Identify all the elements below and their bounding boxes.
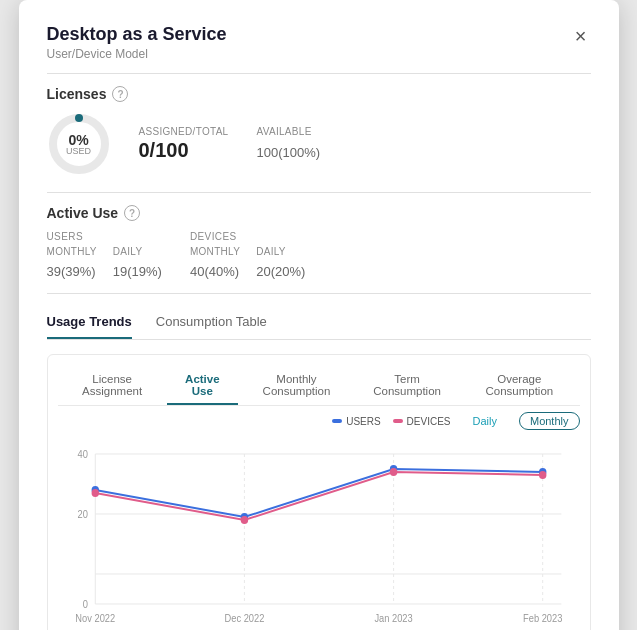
legend-devices-dot — [393, 419, 403, 423]
active-use-help-icon[interactable]: ? — [124, 205, 140, 221]
svg-text:20: 20 — [77, 509, 87, 520]
users-monthly-label: MONTHLY — [47, 246, 97, 257]
devices-daily-value: 20(20%) — [256, 258, 305, 281]
devices-monthly-label: MONTHLY — [190, 246, 240, 257]
chart-tab-monthly-consumption[interactable]: Monthly Consumption — [238, 369, 355, 405]
main-tabs: Usage Trends Consumption Table — [47, 306, 591, 340]
licenses-section-title: Licenses ? — [47, 86, 591, 102]
chart-area: 40 20 0 — [58, 434, 580, 630]
chart-container: License Assignment Active Use Monthly Co… — [47, 354, 591, 630]
users-group-label: USERS — [47, 231, 162, 242]
users-stats: MONTHLY 39(39%) DAILY 19(19%) — [47, 246, 162, 281]
legend-users: USERS — [332, 416, 380, 427]
users-monthly-pct: (39%) — [61, 264, 96, 279]
users-daily-pct: (19%) — [127, 264, 162, 279]
licenses-label: Licenses — [47, 86, 107, 102]
available-label: AVAILABLE — [256, 126, 320, 137]
chart-tab-active-use[interactable]: Active Use — [167, 369, 238, 405]
tab-consumption-table[interactable]: Consumption Table — [156, 306, 267, 339]
users-daily-number: 19 — [113, 264, 127, 279]
modal-subtitle: User/Device Model — [47, 47, 227, 61]
devices-dot-2 — [240, 516, 247, 524]
active-use-section-title: Active Use ? — [47, 205, 591, 221]
donut-pct: 0% — [66, 133, 91, 147]
devices-dot-1 — [91, 489, 98, 497]
legend-users-dot — [332, 419, 342, 423]
devices-monthly-stat: MONTHLY 40(40%) — [190, 246, 240, 281]
header-divider — [47, 73, 591, 74]
legend-users-label: USERS — [346, 416, 380, 427]
available-stat: AVAILABLE 100(100%) — [256, 126, 320, 162]
devices-daily-stat: DAILY 20(20%) — [256, 246, 305, 281]
licenses-help-icon[interactable]: ? — [112, 86, 128, 102]
monthly-button[interactable]: Monthly — [519, 412, 580, 430]
devices-line — [95, 472, 542, 520]
active-use-label: Active Use — [47, 205, 119, 221]
svg-text:Feb 2023: Feb 2023 — [523, 613, 562, 624]
donut-chart: 0% USED — [47, 112, 111, 176]
devices-group: DEVICES MONTHLY 40(40%) DAILY 20(20%) — [190, 231, 305, 281]
svg-text:Nov 2022: Nov 2022 — [75, 613, 115, 624]
users-group: USERS MONTHLY 39(39%) DAILY 19(19%) — [47, 231, 162, 281]
devices-dot-4 — [538, 471, 545, 479]
users-daily-stat: DAILY 19(19%) — [113, 246, 162, 281]
users-monthly-stat: MONTHLY 39(39%) — [47, 246, 97, 281]
line-chart-svg: 40 20 0 — [58, 434, 580, 630]
svg-text:40: 40 — [77, 449, 87, 460]
close-button[interactable]: × — [571, 24, 591, 48]
svg-text:Dec 2022: Dec 2022 — [224, 613, 264, 624]
licenses-divider — [47, 192, 591, 193]
modal-title-block: Desktop as a Service User/Device Model — [47, 24, 227, 61]
devices-monthly-value: 40(40%) — [190, 258, 240, 281]
active-use-grid: USERS MONTHLY 39(39%) DAILY 19(19%) DEVI… — [47, 231, 591, 281]
devices-monthly-number: 40 — [190, 264, 204, 279]
users-line — [95, 469, 542, 517]
tab-usage-trends[interactable]: Usage Trends — [47, 306, 132, 339]
devices-daily-label: DAILY — [256, 246, 305, 257]
users-daily-value: 19(19%) — [113, 258, 162, 281]
legend-devices: DEVICES — [393, 416, 451, 427]
assigned-value: 0/100 — [139, 139, 229, 162]
devices-daily-number: 20 — [256, 264, 270, 279]
legend-devices-label: DEVICES — [407, 416, 451, 427]
chart-tab-overage-consumption[interactable]: Overage Consumption — [459, 369, 579, 405]
devices-stats: MONTHLY 40(40%) DAILY 20(20%) — [190, 246, 305, 281]
svg-text:0: 0 — [82, 599, 87, 610]
devices-dot-3 — [389, 468, 396, 476]
chart-tabs: License Assignment Active Use Monthly Co… — [58, 369, 580, 405]
users-daily-label: DAILY — [113, 246, 162, 257]
svg-text:Jan 2023: Jan 2023 — [374, 613, 412, 624]
available-value: 100(100%) — [256, 139, 320, 162]
users-monthly-number: 39 — [47, 264, 61, 279]
available-pct: (100%) — [278, 145, 320, 160]
donut-used: USED — [66, 147, 91, 156]
assigned-stat: ASSIGNED/TOTAL 0/100 — [139, 126, 229, 162]
chart-tab-term-consumption[interactable]: Term Consumption — [355, 369, 459, 405]
donut-center: 0% USED — [66, 133, 91, 156]
chart-tab-license-assignment[interactable]: License Assignment — [58, 369, 167, 405]
licenses-row: 0% USED ASSIGNED/TOTAL 0/100 AVAILABLE 1… — [47, 112, 591, 176]
users-monthly-value: 39(39%) — [47, 258, 97, 281]
active-use-divider — [47, 293, 591, 294]
devices-group-label: DEVICES — [190, 231, 305, 242]
available-number: 100 — [256, 145, 278, 160]
chart-tabs-legend-row: License Assignment Active Use Monthly Co… — [58, 369, 580, 406]
devices-monthly-pct: (40%) — [204, 264, 239, 279]
assigned-label: ASSIGNED/TOTAL — [139, 126, 229, 137]
daily-button[interactable]: Daily — [463, 413, 507, 429]
modal-header: Desktop as a Service User/Device Model × — [47, 24, 591, 61]
modal-title: Desktop as a Service — [47, 24, 227, 45]
modal-container: Desktop as a Service User/Device Model ×… — [19, 0, 619, 630]
devices-daily-pct: (20%) — [271, 264, 306, 279]
